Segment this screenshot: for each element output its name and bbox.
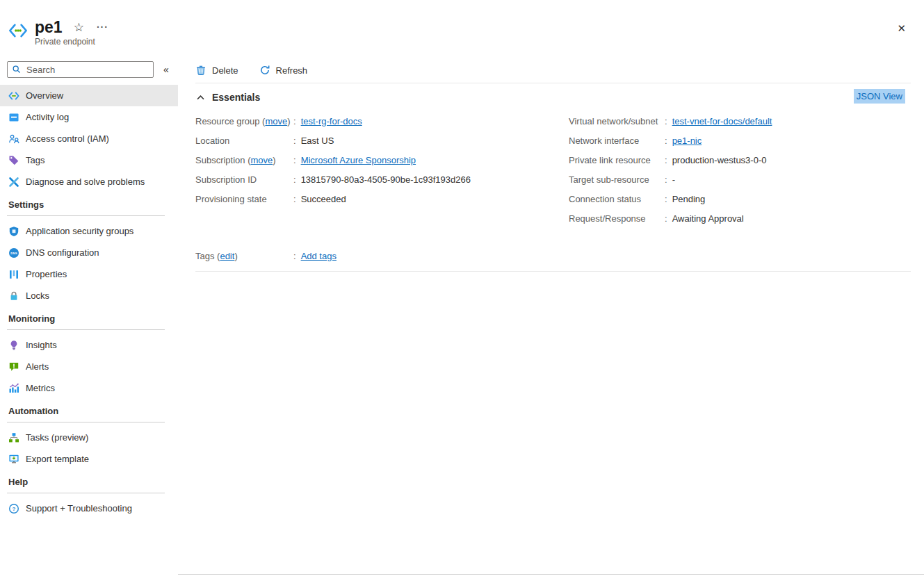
field-tags: Tags (edit) : Add tags xyxy=(195,246,911,265)
sidebar-item-activity-log[interactable]: Activity log xyxy=(0,106,178,128)
field-label: Subscription ID xyxy=(195,174,293,185)
essentials-title: Essentials xyxy=(212,92,260,103)
subscription-link[interactable]: Microsoft Azure Sponsorship xyxy=(301,155,416,165)
add-tags-link[interactable]: Add tags xyxy=(301,251,337,261)
sidebar-item-dns-configuration[interactable]: DNS DNS configuration xyxy=(0,242,178,263)
access-control-icon xyxy=(8,133,19,145)
sidebar-item-label: Support + Troubleshooting xyxy=(26,503,132,514)
field-subscription: Subscription (move) : Microsoft Azure Sp… xyxy=(195,150,569,170)
divider xyxy=(7,422,165,422)
field-connection-status: Connection status : Pending xyxy=(569,189,911,208)
sidebar-item-metrics[interactable]: Metrics xyxy=(0,377,178,399)
collapse-sidebar-icon[interactable]: « xyxy=(163,64,169,75)
sidebar-item-properties[interactable]: Properties xyxy=(0,263,178,285)
flowchart-icon xyxy=(8,432,19,443)
sidebar-item-diagnose[interactable]: Diagnose and solve problems xyxy=(0,171,178,192)
field-label: Virtual network/subnet xyxy=(569,116,665,126)
section-title: Settings xyxy=(0,198,178,212)
essentials-right-column: Virtual network/subnet : test-vnet-for-d… xyxy=(569,111,911,228)
more-options-icon[interactable]: ··· xyxy=(97,22,108,33)
move-link[interactable]: move xyxy=(250,155,273,165)
field-provisioning-state: Provisioning state : Succeeded xyxy=(195,189,569,208)
sidebar-item-tags[interactable]: Tags xyxy=(0,149,178,171)
sidebar-item-label: Application security groups xyxy=(26,226,133,236)
sidebar-section-monitoring: Monitoring Insights xyxy=(0,312,178,399)
chevron-up-icon[interactable] xyxy=(195,92,206,103)
refresh-button[interactable]: Refresh xyxy=(259,65,308,76)
svg-text:?: ? xyxy=(13,506,16,512)
essentials-left-column: Resource group (move) : test-rg-for-docs… xyxy=(195,111,569,228)
field-label: Location xyxy=(195,136,293,146)
resource-header: pe1 ☆ ··· Private endpoint xyxy=(8,18,108,47)
favorite-star-icon[interactable]: ☆ xyxy=(74,20,84,35)
shield-icon xyxy=(8,226,19,237)
sidebar: « Overview xyxy=(0,61,178,519)
lock-icon xyxy=(8,290,19,302)
question-circle-icon: ? xyxy=(8,503,19,514)
sidebar-item-label: Access control (IAM) xyxy=(26,133,109,144)
section-title: Help xyxy=(0,475,178,489)
lightbulb-icon xyxy=(8,340,19,351)
sidebar-item-tasks[interactable]: Tasks (preview) xyxy=(0,427,178,448)
dns-circle-icon: DNS xyxy=(8,247,19,258)
sidebar-item-alerts[interactable]: Alerts xyxy=(0,356,178,377)
divider xyxy=(195,271,911,272)
field-label: Network interface xyxy=(569,136,665,146)
search-box[interactable] xyxy=(7,61,154,78)
page-title: pe1 xyxy=(35,18,63,36)
title-block: pe1 ☆ ··· Private endpoint xyxy=(35,18,108,47)
field-label: Provisioning state xyxy=(195,194,293,204)
sidebar-item-export-template[interactable]: Export template xyxy=(0,448,178,470)
section-title: Monitoring xyxy=(0,312,178,326)
sidebar-section-automation: Automation Tasks (preview) xyxy=(0,404,178,470)
sidebar-item-label: Diagnose and solve problems xyxy=(26,176,145,187)
connection-status-value: Pending xyxy=(672,194,706,204)
field-label: Target sub-resource xyxy=(569,174,665,185)
sidebar-item-locks[interactable]: Locks xyxy=(0,285,178,306)
divider xyxy=(178,574,924,575)
section-title: Automation xyxy=(0,404,178,418)
sidebar-item-label: Properties xyxy=(26,269,67,279)
edit-tags-link[interactable]: edit xyxy=(220,251,234,261)
sidebar-item-label: Alerts xyxy=(26,361,49,372)
field-location: Location : East US xyxy=(195,131,569,150)
field-label: Resource group (move) xyxy=(195,116,293,126)
field-resource-group: Resource group (move) : test-rg-for-docs xyxy=(195,111,569,131)
sidebar-item-label: Locks xyxy=(26,290,49,301)
vnet-subnet-link[interactable]: test-vnet-for-docs/default xyxy=(672,116,772,126)
search-input[interactable] xyxy=(25,64,149,76)
field-label: Request/Response xyxy=(569,213,665,224)
field-label: Tags (edit) xyxy=(195,251,293,261)
resource-type-subtitle: Private endpoint xyxy=(35,37,108,47)
sidebar-item-overview[interactable]: Overview xyxy=(0,85,178,106)
field-private-link-resource: Private link resource : production-westu… xyxy=(569,150,911,170)
sidebar-item-application-security-groups[interactable]: Application security groups xyxy=(0,220,178,242)
sidebar-item-label: Tasks (preview) xyxy=(26,432,88,443)
subscription-id-value: 13815790-80a3-4505-90be-1c93f193d266 xyxy=(301,174,471,185)
location-value: East US xyxy=(301,136,334,146)
search-icon xyxy=(12,65,22,74)
field-subscription-id: Subscription ID : 13815790-80a3-4505-90b… xyxy=(195,170,569,189)
refresh-icon xyxy=(259,65,270,76)
field-label: Subscription (move) xyxy=(195,155,293,165)
azure-portal-blade: pe1 ☆ ··· Private endpoint ✕ « xyxy=(0,0,924,583)
resource-group-link[interactable]: test-rg-for-docs xyxy=(301,116,362,126)
delete-button[interactable]: Delete xyxy=(195,65,238,76)
sidebar-item-label: Overview xyxy=(26,90,63,101)
sidebar-item-label: Activity log xyxy=(26,112,69,122)
main-content: Delete Refresh Essentials JSON View xyxy=(195,61,911,272)
sidebar-item-support-troubleshooting[interactable]: ? Support + Troubleshooting xyxy=(0,498,178,519)
private-link-resource-value: production-westus3-0-0 xyxy=(672,155,767,165)
divider xyxy=(7,493,165,493)
field-network-interface: Network interface : pe1-nic xyxy=(569,131,911,150)
sidebar-item-insights[interactable]: Insights xyxy=(0,334,178,356)
move-link[interactable]: move xyxy=(265,116,287,126)
sidebar-item-access-control[interactable]: Access control (IAM) xyxy=(0,128,178,149)
svg-text:DNS: DNS xyxy=(10,251,17,254)
json-view-button[interactable]: JSON View xyxy=(854,89,905,104)
sidebar-item-label: DNS configuration xyxy=(26,247,99,258)
network-interface-link[interactable]: pe1-nic xyxy=(672,136,702,146)
request-response-value: Awaiting Approval xyxy=(672,213,744,224)
sidebar-section-help: Help ? Support + Troubleshooting xyxy=(0,475,178,519)
close-icon[interactable]: ✕ xyxy=(897,22,906,35)
